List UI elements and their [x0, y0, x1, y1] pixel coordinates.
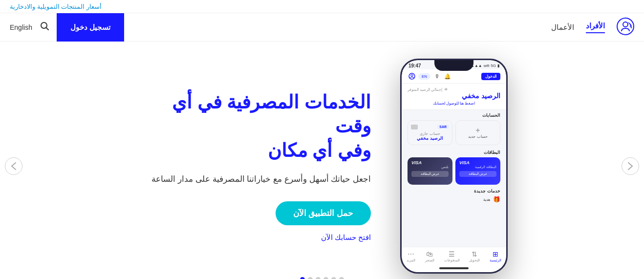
new-account-card[interactable]: + حساب جديد — [455, 120, 500, 145]
phone-mic-icon[interactable]: 🎙 — [432, 72, 441, 81]
accounts-section: الحسابات + حساب جديد SAR حساب جاري — [402, 110, 506, 147]
payments-icon: ☰ — [449, 250, 455, 258]
visa-card-digital[interactable]: VISA البطاقة الرقمية عرض البطاقة — [455, 157, 500, 185]
phone-mockup: 19:47 ▲▲▲ wifi 5G ▮ الدخول 🔔 🎙 EN — [400, 59, 508, 274]
phone-bottom-nav: ⊞ الرئيسية ⇅ التحويل ☰ المدفوعات 🛍 المتج… — [402, 247, 506, 265]
phone-screen: 19:47 ▲▲▲ wifi 5G ▮ الدخول 🔔 🎙 EN — [402, 60, 506, 272]
phone-balance-section: 👁 إجمالي الرصيد المتوفر الرصيد مخفي اضغط… — [402, 84, 506, 110]
transfer-icon: ⇅ — [472, 250, 477, 258]
hero-dots — [300, 277, 344, 279]
home-icon: ⊞ — [493, 250, 498, 258]
cards-row: VISA البطاقة الرقمية عرض البطاقة VISA بل… — [408, 157, 500, 185]
home-bar — [439, 267, 469, 269]
dot-2[interactable] — [308, 277, 313, 279]
prev-arrow-button[interactable] — [5, 157, 22, 175]
visa-card-plus[interactable]: VISA بلتس عرض البطاقة — [408, 157, 452, 185]
hero-text-content: الخدمات المصرفية في أي وقت وفي أي مكان ا… — [136, 90, 371, 242]
status-icons: ▲▲▲ wifi 5G ▮ — [471, 64, 499, 68]
search-button[interactable] — [40, 21, 49, 33]
new-account-label: حساب جديد — [468, 134, 487, 139]
dot-4[interactable] — [323, 277, 328, 279]
plus-icon: + — [475, 127, 480, 134]
navbar-right: الأفراد الأعمال — [551, 18, 634, 37]
new-services-title: خدمات جديدة — [408, 189, 500, 193]
card-chip-icon — [411, 125, 418, 129]
store-label: المتجر — [425, 258, 434, 262]
more-label: المزيد — [407, 258, 415, 262]
status-time: 19:47 — [408, 63, 421, 68]
more-icon: ⋯ — [408, 250, 414, 258]
home-label: الرئيسية — [490, 258, 501, 262]
login-button[interactable]: تسجيل دخول — [57, 13, 124, 42]
nav-link-business[interactable]: الأعمال — [551, 23, 574, 32]
phone-lang-badge[interactable]: EN — [418, 73, 430, 80]
nav-links: الأفراد الأعمال — [551, 21, 605, 33]
current-account-label: حساب جاري — [411, 131, 449, 136]
accounts-row: + حساب جديد SAR حساب جاري الرصيد مخفي — [408, 120, 500, 145]
wifi-icon: wifi — [484, 64, 490, 68]
top-bar-link[interactable]: أسعار المنتجات التمويلية والادخارية — [10, 3, 102, 10]
service-item: 🎁 هدية — [408, 196, 500, 203]
cards-title: البطاقات — [408, 150, 500, 155]
visa-label-2: VISA — [411, 160, 422, 165]
hero-section: 19:47 ▲▲▲ wifi 5G ▮ الدخول 🔔 🎙 EN — [0, 42, 644, 279]
visa-label-1: VISA — [459, 160, 470, 165]
card-type-digital: البطاقة الرقمية — [459, 165, 496, 169]
bottom-nav-store[interactable]: 🛍 المتجر — [425, 250, 434, 262]
phone-logo-icon — [408, 72, 416, 81]
top-bar: أسعار المنتجات التمويلية والادخارية — [0, 0, 644, 13]
hero-title-line2: وفي أي مكان — [268, 140, 371, 161]
store-icon: 🛍 — [426, 250, 433, 258]
cards-section: البطاقات VISA البطاقة الرقمية عرض البطاق… — [402, 147, 506, 187]
hero-subtitle: اجعل حياتك أسهل وأسرع مع خياراتنا المصرف… — [136, 172, 371, 186]
dot-5[interactable] — [331, 277, 336, 279]
svg-point-1 — [623, 22, 628, 27]
show-card-btn-1[interactable]: عرض البطاقة — [459, 171, 496, 177]
new-services-section: خدمات جديدة 🎁 هدية — [402, 187, 506, 205]
hide-icon: 👁 — [444, 87, 448, 92]
bottom-nav-payments[interactable]: ☰ المدفوعات — [444, 250, 460, 262]
bottom-nav-home[interactable]: ⊞ الرئيسية — [490, 250, 501, 262]
network-label: 5G — [491, 64, 496, 68]
hero-title-line1: الخدمات المصرفية في أي وقت — [172, 92, 371, 136]
phone-login-btn[interactable]: الدخول — [481, 73, 500, 80]
bottom-nav-more[interactable]: ⋯ المزيد — [407, 250, 415, 262]
phone-nav-bar: الدخول 🔔 🎙 EN — [402, 69, 506, 84]
dot-1[interactable] — [300, 277, 305, 279]
balance-label: 👁 إجمالي الرصيد المتوفر — [408, 87, 500, 92]
dot-6[interactable] — [339, 277, 344, 279]
transfer-label: التحويل — [469, 258, 480, 262]
svg-point-2 — [41, 22, 47, 28]
hero-title: الخدمات المصرفية في أي وقت وفي أي مكان — [136, 90, 371, 163]
open-account-link[interactable]: افتح حسابك الآن — [136, 233, 371, 242]
balance-amount: الرصيد مخفي — [408, 92, 500, 100]
service-name: هدية — [483, 197, 490, 202]
nav-link-individuals[interactable]: الأفراد — [586, 21, 605, 33]
balance-access-link[interactable]: اضغط هنا للوصول لحسابك — [408, 101, 500, 106]
download-app-button[interactable]: حمل التطبيق الآن — [276, 201, 371, 225]
navbar: الأفراد الأعمال English تسجيل دخول — [0, 13, 644, 42]
sar-badge: SAR — [437, 125, 449, 129]
account-card-top: SAR — [411, 125, 449, 129]
dot-3[interactable] — [316, 277, 321, 279]
current-account-balance: الرصيد مخفي — [411, 136, 449, 141]
svg-line-3 — [46, 28, 48, 30]
phone-bell-icon[interactable]: 🔔 — [443, 72, 452, 81]
service-emoji-icon: 🎁 — [493, 196, 500, 203]
phone-home-indicator — [402, 265, 506, 272]
phone-notch — [434, 60, 473, 71]
accounts-title: الحسابات — [408, 113, 500, 118]
phone-device: 19:47 ▲▲▲ wifi 5G ▮ الدخول 🔔 🎙 EN — [400, 59, 508, 274]
language-button[interactable]: English — [10, 23, 32, 31]
battery-icon: ▮ — [497, 64, 499, 68]
next-arrow-button[interactable] — [622, 157, 639, 175]
logo-icon[interactable] — [617, 18, 634, 37]
svg-point-5 — [411, 75, 413, 77]
navbar-left: English تسجيل دخول — [10, 13, 124, 42]
card-type-plus: بلتس — [411, 165, 449, 169]
current-account-card[interactable]: SAR حساب جاري الرصيد مخفي — [408, 120, 452, 145]
payments-label: المدفوعات — [444, 258, 460, 262]
bottom-nav-transfer[interactable]: ⇅ التحويل — [469, 250, 480, 262]
show-card-btn-2[interactable]: عرض البطاقة — [411, 171, 449, 177]
